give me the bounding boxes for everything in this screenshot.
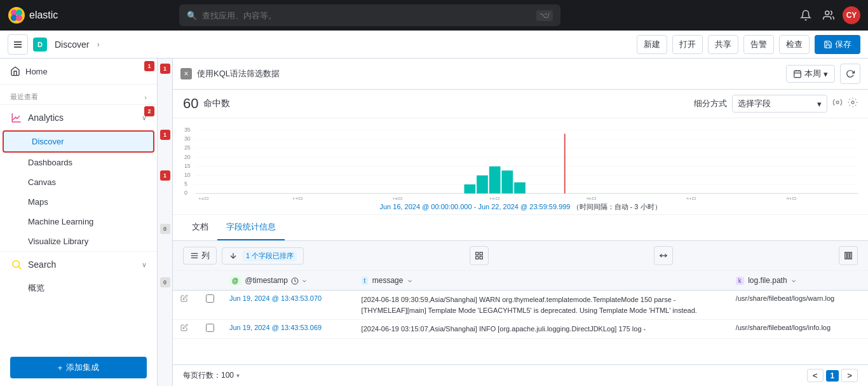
analytics-items: Discover Dashboards Canvas Maps Machine … xyxy=(0,130,157,251)
grid-icon-button[interactable] xyxy=(470,246,489,265)
svg-rect-57 xyxy=(848,252,849,259)
prev-page-button[interactable]: < xyxy=(807,369,824,382)
timestamp-chevron-icon xyxy=(301,278,308,284)
add-integration-button[interactable]: + 添加集成 xyxy=(10,357,147,378)
menu-toggle-button[interactable] xyxy=(8,34,28,55)
open-button[interactable]: 打开 xyxy=(672,35,703,54)
query-close-button[interactable]: × xyxy=(180,68,192,79)
current-page-number[interactable]: 1 xyxy=(826,370,839,382)
col-path-header[interactable]: k log.file.path xyxy=(728,271,868,291)
row-2-path: /usr/share/filebeat/logs/info.log xyxy=(728,320,868,339)
alert-button[interactable]: 告警 xyxy=(743,35,774,54)
save-button-label: 保存 xyxy=(835,39,851,50)
per-page-label: 每页行数：100 xyxy=(183,370,234,381)
svg-rect-52 xyxy=(480,252,482,255)
tab-fields[interactable]: 字段统计信息 xyxy=(217,215,285,240)
per-page-select[interactable]: 每页行数：100 ▾ xyxy=(183,370,240,381)
sidebar-item-visualize-library[interactable]: Visualize Library xyxy=(0,231,157,251)
k-badge: k xyxy=(736,277,744,285)
query-bar: × 使用KQL语法筛选数据 本周 ▾ xyxy=(173,59,868,90)
col-message-header[interactable]: t message xyxy=(354,271,728,291)
date-picker[interactable]: 本周 ▾ xyxy=(786,65,835,83)
sidebar-item-discover[interactable]: Discover xyxy=(3,130,154,153)
svg-text:5: 5 xyxy=(184,181,187,188)
elastic-logo[interactable]: elastic xyxy=(8,6,58,24)
pagination-bar: 每页行数：100 ▾ < 1 > xyxy=(173,364,868,386)
sidebar-item-dashboards[interactable]: Dashboards xyxy=(0,153,157,172)
analytics-group-header[interactable]: Analytics ∨ xyxy=(0,105,157,130)
result-tabs: 文档 字段统计信息 xyxy=(173,215,868,241)
sidebar-item-overview[interactable]: 概览 xyxy=(0,277,157,299)
date-picker-label: 本周 xyxy=(804,68,821,79)
svg-text:17日: 17日 xyxy=(292,196,302,200)
col-check-header xyxy=(198,271,222,291)
data-table: @ @timestamp t message k log.file xyxy=(173,271,868,339)
svg-point-5 xyxy=(825,11,829,15)
col-timestamp-header[interactable]: @ @timestamp xyxy=(222,271,354,291)
svg-rect-36 xyxy=(502,170,513,193)
row-1-message: [2024-06-18 09:30:59,Asia/Shanghai] WARN… xyxy=(354,291,728,320)
search-icon: 🔍 xyxy=(187,11,197,20)
row-2-timestamp: Jun 19, 2024 @ 13:43:53.069 xyxy=(222,320,354,339)
svg-point-9 xyxy=(13,261,20,268)
search-group-header[interactable]: Search ∨ xyxy=(0,252,157,277)
svg-rect-56 xyxy=(845,252,846,259)
search-chevron-icon: ∨ xyxy=(142,261,147,269)
global-search-bar[interactable]: 🔍 ⌥/ xyxy=(179,4,560,26)
sidebar-item-maps[interactable]: Maps xyxy=(0,192,157,212)
users-icon[interactable] xyxy=(820,6,837,24)
table-view-toggle[interactable]: 列 xyxy=(183,247,217,265)
row-1-checkbox-cell[interactable] xyxy=(198,291,222,320)
sidebar-item-machine-learning[interactable]: Machine Learning xyxy=(0,212,157,231)
svg-text:19日: 19日 xyxy=(489,196,499,200)
notifications-icon[interactable] xyxy=(797,6,815,24)
next-page-button[interactable]: > xyxy=(841,369,858,382)
columns-settings-icon[interactable] xyxy=(832,97,843,110)
indicator-1: 1 xyxy=(160,64,170,74)
svg-rect-53 xyxy=(476,256,478,259)
breadcrumb-discover[interactable]: Discover xyxy=(52,39,92,50)
svg-point-4 xyxy=(16,15,22,21)
chart-settings-icon[interactable] xyxy=(848,97,858,110)
svg-text:10: 10 xyxy=(184,172,191,179)
indicator-3: 1 xyxy=(160,170,170,181)
main-layout: 1 Home 最近查看 › 2 Analytics xyxy=(0,59,868,386)
row-2-checkbox-cell[interactable] xyxy=(198,320,222,339)
tab-docs[interactable]: 文档 xyxy=(183,215,217,240)
data-table-area: @ @timestamp t message k log.file xyxy=(173,271,868,364)
user-avatar[interactable]: CY xyxy=(843,6,860,24)
refresh-button[interactable] xyxy=(840,64,860,84)
new-button[interactable]: 新建 xyxy=(637,35,667,54)
global-search-input[interactable] xyxy=(202,11,531,20)
sidebar-item-canvas[interactable]: Canvas xyxy=(0,172,157,192)
row-1-timestamp: Jun 19, 2024 @ 13:43:53.070 xyxy=(222,291,354,320)
timestamp-sort-icon xyxy=(291,277,299,285)
query-text[interactable]: 使用KQL语法筛选数据 xyxy=(197,68,781,79)
svg-rect-35 xyxy=(489,167,501,194)
top-navigation: elastic 🔍 ⌥/ CY xyxy=(0,0,868,31)
inspect-button[interactable]: 检查 xyxy=(779,35,810,54)
columns-icon-button[interactable] xyxy=(654,246,673,265)
sort-fields-button[interactable]: 1 个字段已排序 xyxy=(222,247,304,265)
row-2-checkbox[interactable] xyxy=(206,324,214,332)
table-settings-icon-button[interactable] xyxy=(839,246,858,265)
add-integration-label: 添加集成 xyxy=(66,362,99,373)
search-shortcut: ⌥/ xyxy=(536,10,553,21)
analytics-group: 2 Analytics ∨ Discover Dashboards xyxy=(0,104,157,251)
recently-viewed-section[interactable]: 最近查看 › xyxy=(0,85,157,104)
breakdown-field-select[interactable]: 选择字段 ▾ xyxy=(732,95,827,113)
sidebar: 1 Home 最近查看 › 2 Analytics xyxy=(0,59,158,386)
share-button[interactable]: 共享 xyxy=(708,35,738,54)
row-1-expand-icon[interactable] xyxy=(180,294,188,304)
save-button[interactable]: 保存 xyxy=(815,35,860,54)
breadcrumb-chevron-icon: › xyxy=(97,39,99,49)
elastic-logo-text: elastic xyxy=(29,10,58,21)
svg-line-10 xyxy=(18,266,20,268)
breakdown-chevron-icon: ▾ xyxy=(817,99,822,109)
sidebar-home-item[interactable]: Home xyxy=(0,59,157,85)
svg-rect-37 xyxy=(514,183,526,193)
svg-rect-58 xyxy=(850,252,851,259)
svg-text:21日: 21日 xyxy=(686,196,696,200)
row-1-checkbox[interactable] xyxy=(206,294,214,303)
row-2-expand-icon[interactable] xyxy=(180,324,188,333)
